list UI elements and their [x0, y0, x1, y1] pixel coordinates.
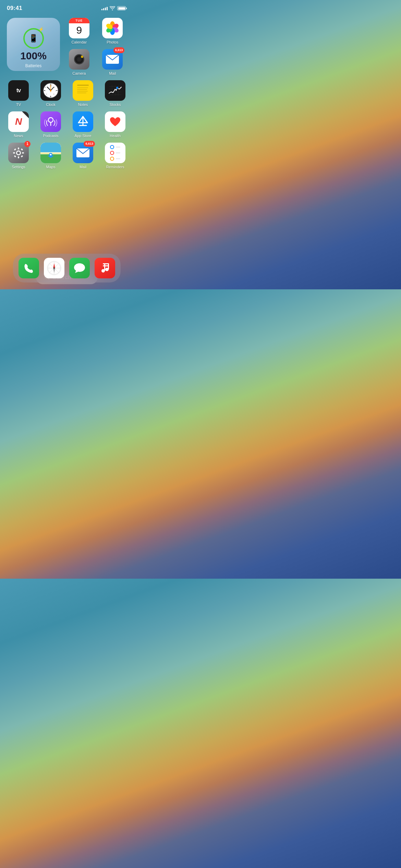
reminders-icon	[108, 146, 122, 160]
mail-app[interactable]: 6,613 Mail	[101, 49, 124, 75]
stocks-label: Stocks	[109, 103, 121, 107]
calendar-app[interactable]: TUE 9 Calendar	[68, 18, 91, 44]
svg-rect-42	[18, 147, 19, 149]
news-n-letter: N	[15, 116, 22, 127]
mail-badge: 6,613	[113, 47, 125, 53]
safari-icon	[47, 261, 62, 276]
lightning-icon: ⚡	[38, 27, 44, 32]
news-label: News	[14, 134, 23, 138]
svg-line-38	[83, 117, 87, 123]
reminders-label: Reminders	[106, 165, 124, 169]
svg-point-68	[53, 267, 55, 269]
podcasts-icon	[44, 115, 57, 128]
calendar-day-number: 9	[76, 24, 82, 36]
mail-icon	[106, 55, 119, 64]
svg-point-33	[48, 118, 53, 122]
appstore-icon	[76, 115, 89, 128]
mail-badge-2: 6,613	[84, 141, 95, 147]
news-app[interactable]: N News	[7, 111, 30, 138]
photos-label: Photos	[107, 40, 118, 44]
svg-text:11: 11	[45, 86, 46, 88]
svg-point-23	[50, 90, 51, 91]
tv-app[interactable]: tv TV	[7, 80, 30, 107]
reminders-app[interactable]: Reminders	[104, 143, 127, 169]
phone-battery-icon: 📱	[29, 34, 38, 43]
camera-lens-icon	[74, 54, 84, 64]
apple-tv-logo: tv	[16, 87, 21, 94]
appstore-label: App Store	[75, 134, 92, 138]
app-row-2: tv TV 12 11	[7, 80, 127, 107]
battery-percent-text: 100%	[20, 51, 47, 61]
svg-point-73	[101, 269, 105, 273]
settings-badge: 1	[24, 141, 31, 147]
appstore-app[interactable]: App Store	[71, 111, 95, 138]
svg-rect-45	[22, 152, 24, 154]
svg-point-74	[105, 268, 109, 271]
wifi-icon	[110, 6, 115, 10]
status-bar: 09:41	[0, 0, 134, 14]
batteries-widget[interactable]: 📱 ⚡ 100% Batteries	[7, 18, 60, 71]
svg-rect-46	[14, 148, 16, 150]
dock	[13, 254, 121, 282]
svg-rect-49	[21, 155, 23, 157]
settings-app[interactable]: 1 Settings	[7, 143, 30, 169]
music-dock-app[interactable]	[95, 258, 115, 278]
notes-app[interactable]: Notes	[71, 80, 95, 107]
mail-app-2[interactable]: 6,613 Mail	[71, 143, 95, 169]
settings-gear-icon	[12, 147, 25, 159]
svg-rect-43	[18, 156, 19, 158]
batteries-label: Batteries	[25, 63, 41, 68]
status-icons	[101, 6, 127, 10]
maps-icon	[40, 143, 61, 163]
messages-dock-app[interactable]	[69, 258, 90, 278]
safari-dock-app[interactable]	[44, 258, 64, 278]
news-corner-icon	[22, 111, 29, 118]
camera-label: Camera	[72, 71, 86, 75]
signal-bar-2	[103, 8, 104, 10]
mail-icon-2	[76, 148, 90, 158]
battery-icon	[117, 6, 127, 10]
clock-label: Clock	[46, 103, 56, 107]
notes-icon	[75, 83, 90, 98]
clock-face-icon: 12 11 1 2 3 4 5 6	[42, 82, 59, 99]
phone-dock-app[interactable]	[19, 258, 39, 278]
podcasts-label: Podcasts	[43, 134, 58, 138]
signal-bar-1	[101, 9, 102, 10]
svg-point-41	[17, 152, 20, 154]
maps-app[interactable]: Maps	[39, 143, 62, 169]
svg-rect-48	[14, 155, 16, 157]
app-row-3: N News Podcasts	[7, 111, 127, 138]
camera-app[interactable]: Camera	[68, 49, 91, 75]
stocks-icon	[107, 82, 123, 99]
mail-label-2: Mail	[80, 165, 86, 169]
signal-bar-3	[105, 8, 106, 10]
photos-app[interactable]: Photos	[101, 18, 124, 44]
battery-charge-circle: 📱 ⚡	[23, 28, 44, 49]
photos-icon	[105, 21, 120, 35]
svg-rect-47	[21, 148, 23, 150]
clock-app[interactable]: 12 11 1 2 3 4 5 6	[39, 80, 62, 107]
health-label: Health	[110, 134, 121, 138]
tv-label: TV	[16, 103, 21, 107]
phone-icon	[23, 263, 34, 274]
mail-label: Mail	[109, 71, 116, 75]
calendar-label: Calendar	[71, 40, 87, 44]
svg-line-37	[78, 117, 83, 123]
app-row-4: 1 Settings Maps	[7, 143, 127, 169]
settings-label: Settings	[12, 165, 25, 169]
health-app[interactable]: Health	[104, 111, 127, 138]
music-icon	[99, 262, 110, 274]
signal-bar-4	[107, 7, 108, 10]
maps-label: Maps	[46, 165, 56, 169]
svg-point-32	[116, 87, 118, 89]
home-screen: 📱 ⚡ 100% Batteries TUE 9 Calendar	[0, 14, 134, 174]
status-time: 09:41	[7, 5, 22, 12]
notes-label: Notes	[78, 103, 88, 107]
podcasts-app[interactable]: Podcasts	[39, 111, 62, 138]
health-icon	[109, 115, 122, 128]
svg-rect-44	[13, 152, 15, 154]
svg-point-56	[50, 154, 52, 156]
stocks-app[interactable]: Stocks	[104, 80, 127, 107]
messages-icon	[73, 262, 86, 274]
calendar-day-of-week: TUE	[69, 18, 89, 23]
